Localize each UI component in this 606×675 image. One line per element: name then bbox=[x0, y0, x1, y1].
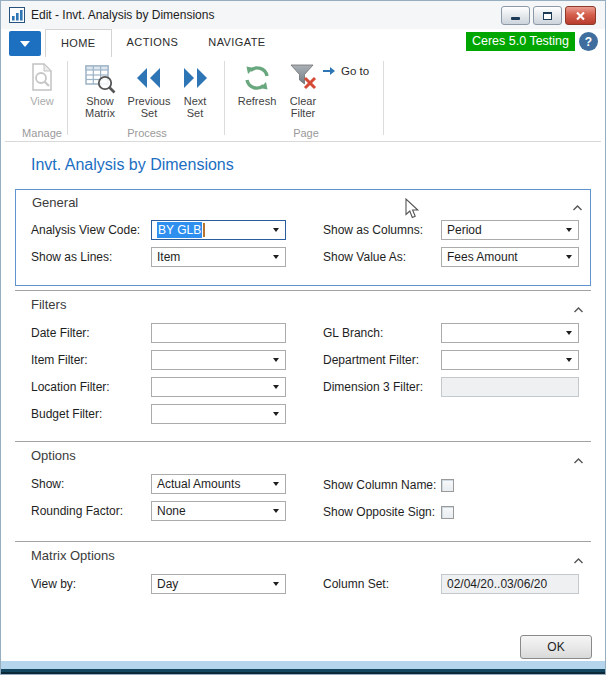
gl-branch-label: GL Branch: bbox=[323, 326, 441, 340]
budget-filter-label: Budget Filter: bbox=[31, 407, 151, 421]
group-caption-manage: Manage bbox=[19, 127, 65, 139]
window-border-bottom bbox=[1, 661, 605, 669]
minimize-icon bbox=[511, 17, 520, 20]
help-icon[interactable]: ? bbox=[579, 32, 598, 51]
group-caption-process: Process bbox=[77, 127, 217, 139]
tab-home[interactable]: HOME bbox=[45, 29, 112, 57]
show-value-as-combobox[interactable]: Fees Amount bbox=[441, 247, 579, 267]
dropdown-arrow-icon[interactable] bbox=[566, 331, 572, 335]
item-filter-label: Item Filter: bbox=[31, 353, 151, 367]
dropdown-arrow-icon[interactable] bbox=[566, 358, 572, 362]
ribbon-tab-row: HOME ACTIONS NAVIGATE Ceres 5.0 Testing … bbox=[5, 29, 601, 57]
group-caption-page: Page bbox=[233, 127, 379, 139]
show-matrix-button[interactable]: Show Matrix bbox=[77, 61, 123, 119]
ok-button[interactable]: OK bbox=[520, 635, 592, 659]
maximize-icon bbox=[543, 12, 552, 20]
dropdown-arrow-icon[interactable] bbox=[273, 482, 279, 486]
view-label: View bbox=[30, 95, 54, 107]
section-general-header[interactable]: General bbox=[16, 190, 590, 210]
show-matrix-label-2: Matrix bbox=[85, 107, 115, 119]
location-filter-combobox[interactable] bbox=[151, 377, 286, 397]
clear-filter-label-1: Clear bbox=[290, 95, 316, 107]
show-opposite-sign-label: Show Opposite Sign: bbox=[323, 505, 441, 519]
dropdown-arrow-icon[interactable] bbox=[566, 228, 572, 232]
close-button[interactable] bbox=[565, 6, 596, 25]
goto-button[interactable]: Go to bbox=[323, 65, 369, 77]
show-combobox[interactable]: Actual Amounts bbox=[151, 474, 286, 494]
column-set-value: 02/04/20..03/06/20 bbox=[447, 577, 547, 591]
previous-set-button[interactable]: Previous Set bbox=[125, 61, 173, 119]
chevron-up-icon[interactable] bbox=[574, 552, 583, 567]
dropdown-arrow-icon[interactable] bbox=[273, 582, 279, 586]
dropdown-arrow-icon[interactable] bbox=[273, 255, 279, 259]
dropdown-arrow-icon[interactable] bbox=[273, 385, 279, 389]
location-filter-label: Location Filter: bbox=[31, 380, 151, 394]
clear-filter-icon bbox=[288, 61, 318, 95]
department-filter-combobox[interactable] bbox=[441, 350, 579, 370]
date-filter-input[interactable] bbox=[151, 323, 286, 343]
refresh-icon bbox=[243, 61, 271, 95]
chart-icon bbox=[9, 7, 26, 27]
minimize-button[interactable] bbox=[501, 6, 530, 25]
mouse-cursor bbox=[405, 198, 420, 224]
chevron-up-icon[interactable] bbox=[574, 452, 583, 467]
next-set-label-2: Set bbox=[187, 107, 204, 119]
company-badge: Ceres 5.0 Testing bbox=[466, 32, 575, 51]
section-general-title: General bbox=[32, 195, 78, 210]
tab-actions[interactable]: ACTIONS bbox=[112, 29, 194, 57]
show-value-as-value: Fees Amount bbox=[447, 250, 518, 264]
show-as-columns-value: Period bbox=[447, 223, 482, 237]
item-filter-combobox[interactable] bbox=[151, 350, 286, 370]
view-button: View bbox=[19, 61, 65, 107]
section-options-header[interactable]: Options bbox=[15, 441, 591, 467]
show-value: Actual Amounts bbox=[157, 477, 240, 491]
title-bar: Edit - Invt. Analysis by Dimensions bbox=[1, 1, 605, 29]
view-document-icon bbox=[29, 61, 55, 95]
clear-filter-label-2: Filter bbox=[291, 107, 315, 119]
department-filter-label: Department Filter: bbox=[323, 353, 441, 367]
show-as-lines-value: Item bbox=[157, 250, 180, 264]
view-by-value: Day bbox=[157, 577, 178, 591]
maximize-button[interactable] bbox=[533, 6, 562, 25]
analysis-view-code-value: BY GLB bbox=[157, 222, 202, 238]
budget-filter-combobox[interactable] bbox=[151, 404, 286, 424]
gl-branch-combobox[interactable] bbox=[441, 323, 579, 343]
section-matrix-options-header[interactable]: Matrix Options bbox=[15, 541, 591, 567]
next-set-label-1: Next bbox=[184, 95, 207, 107]
show-opposite-sign-checkbox[interactable] bbox=[441, 506, 454, 519]
show-value-as-label: Show Value As: bbox=[323, 250, 441, 264]
dropdown-arrow-icon[interactable] bbox=[273, 509, 279, 513]
dropdown-arrow-icon[interactable] bbox=[273, 228, 279, 232]
text-caret bbox=[203, 223, 205, 237]
next-set-icon bbox=[180, 61, 210, 95]
section-filters-header[interactable]: Filters bbox=[15, 290, 591, 316]
app-menu-button[interactable] bbox=[9, 31, 41, 56]
ribbon-separator bbox=[67, 61, 68, 135]
dropdown-arrow-icon[interactable] bbox=[273, 358, 279, 362]
rounding-factor-combobox[interactable]: None bbox=[151, 501, 286, 521]
column-set-label: Column Set: bbox=[323, 577, 441, 591]
previous-set-label-2: Set bbox=[141, 107, 158, 119]
dimension3-filter-label: Dimension 3 Filter: bbox=[323, 380, 441, 394]
dropdown-arrow-icon[interactable] bbox=[273, 412, 279, 416]
app-menu-caret-icon bbox=[20, 41, 30, 47]
show-matrix-label-1: Show bbox=[86, 95, 114, 107]
show-as-lines-combobox[interactable]: Item bbox=[151, 247, 286, 267]
chevron-up-icon[interactable] bbox=[573, 199, 582, 214]
page-title: Invt. Analysis by Dimensions bbox=[31, 156, 234, 174]
chevron-up-icon[interactable] bbox=[574, 301, 583, 316]
tab-navigate[interactable]: NAVIGATE bbox=[193, 29, 280, 57]
analysis-view-code-combobox[interactable]: BY GLB bbox=[151, 220, 286, 240]
dropdown-arrow-icon[interactable] bbox=[566, 255, 572, 259]
show-matrix-grid-icon bbox=[85, 61, 116, 95]
refresh-button[interactable]: Refresh bbox=[233, 61, 281, 107]
view-by-combobox[interactable]: Day bbox=[151, 574, 286, 594]
clear-filter-button[interactable]: Clear Filter bbox=[283, 61, 323, 119]
next-set-button[interactable]: Next Set bbox=[175, 61, 215, 119]
show-as-columns-combobox[interactable]: Period bbox=[441, 220, 579, 240]
section-options-title: Options bbox=[31, 448, 76, 463]
ribbon: View Show Matrix bbox=[5, 57, 601, 142]
show-column-name-checkbox[interactable] bbox=[441, 479, 454, 492]
goto-label: Go to bbox=[341, 65, 369, 77]
show-as-columns-label: Show as Columns: bbox=[323, 223, 441, 237]
